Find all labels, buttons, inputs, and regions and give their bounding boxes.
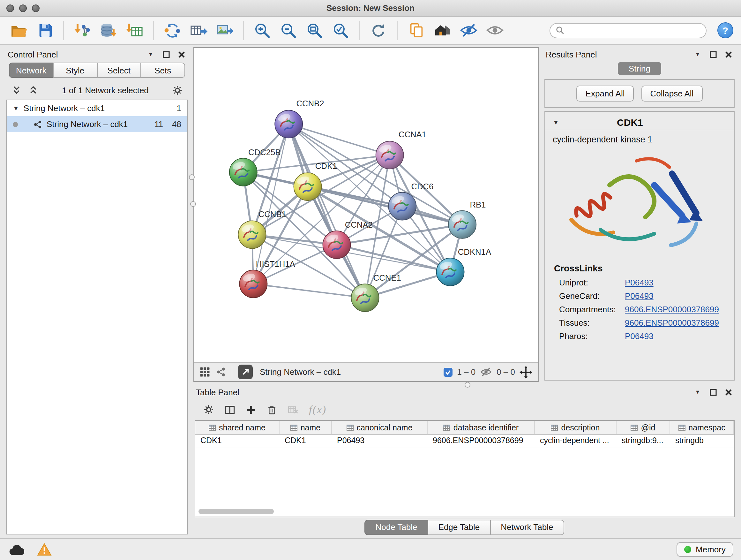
crosslink-link-tissues[interactable]: 9606.ENSP00000378699 [625,318,719,327]
cloud-status-icon[interactable] [8,541,24,558]
search-input[interactable] [568,26,700,35]
import-network-from-file-button[interactable] [71,19,93,41]
zoom-in-icon [253,21,271,39]
collapse-all-networks-icon[interactable] [28,85,38,95]
float-panel-icon[interactable] [161,49,171,59]
collapse-all-button[interactable]: Collapse All [642,85,703,102]
network-node-CDKN1A[interactable]: CDKN1A [436,247,491,286]
export-table-button[interactable] [188,19,209,41]
gene-header-row[interactable]: ▼ CDK1 [545,112,734,130]
pan-move-icon[interactable] [520,366,532,378]
network-graph[interactable]: CCNB2CCNA1CDC25BCDK1CDC6RB1CCNB1CCNA2CDK… [194,48,538,362]
search-box[interactable] [549,23,706,38]
table-options-gear-icon[interactable] [204,405,214,415]
column-header-label: description [561,423,600,432]
birdseye-grid-icon[interactable] [200,367,210,377]
tab-sets[interactable]: Sets [141,63,185,78]
expand-all-button[interactable]: Expand All [577,85,634,102]
network-overview-share-icon[interactable] [216,367,226,377]
selected-checkbox-icon[interactable] [444,368,453,376]
crosslink-link-uniprot[interactable]: P06493 [625,278,654,287]
tab-style[interactable]: Style [53,63,98,78]
save-session-button[interactable] [34,19,56,41]
warning-icon[interactable] [36,541,52,558]
minimize-window-button[interactable] [19,4,27,12]
close-window-button[interactable] [6,4,14,12]
horizontal-scrollbar[interactable] [199,509,274,514]
network-canvas[interactable]: CCNB2CCNA1CDC25BCDK1CDC6RB1CCNB1CCNA2CDK… [194,48,538,362]
panel-menu-icon[interactable]: ▾ [145,49,156,59]
column-grid-icon [443,424,450,431]
zoom-fit-icon [306,21,324,39]
network-node-CDC25B[interactable]: CDC25B [229,148,281,186]
title-bar[interactable]: Session: New Session [0,0,741,17]
column-header-shared-name[interactable]: shared name [195,421,280,434]
network-node-CCNA1[interactable]: CCNA1 [376,130,426,169]
home-button[interactable] [431,19,453,41]
network-node-CCNB1[interactable]: CCNB1 [238,210,286,249]
zoom-selected-button[interactable] [330,19,352,41]
app-window: Session: New Session [0,0,741,560]
collection-expand-icon[interactable]: ▼ [13,105,19,111]
column-header-database-identifier[interactable]: database identifier [428,421,535,434]
node-label-CCNA2: CCNA2 [345,220,373,229]
splitter-handle[interactable] [465,382,470,388]
column-header-name[interactable]: name [280,421,332,434]
zoom-in-button[interactable] [252,19,273,41]
apply-layout-button[interactable] [367,19,389,41]
hidden-eye-slash-icon[interactable] [480,366,492,378]
traffic-lights [6,4,40,12]
tab-node-table[interactable]: Node Table [364,519,428,535]
close-panel-icon[interactable] [176,49,186,59]
show-all-button[interactable] [484,19,506,41]
zoom-window-button[interactable] [32,4,40,12]
delete-column-trash-icon[interactable] [267,405,277,415]
import-network-from-database-button[interactable] [98,19,119,41]
zoom-out-button[interactable] [278,19,299,41]
new-network-from-selection-button[interactable] [161,19,183,41]
network-node-CCNE1[interactable]: CCNE1 [351,273,401,312]
column-header-namespac[interactable]: namespac [670,421,734,434]
network-arrows-icon [163,21,181,39]
panel-menu-icon[interactable]: ▾ [692,49,703,59]
table-row[interactable]: CDK1CDK1P064939606.ENSP00000378699cyclin… [195,435,734,448]
import-table-from-file-button[interactable] [124,19,145,41]
gene-collapse-icon[interactable]: ▼ [553,119,559,125]
crosslink-link-pharos[interactable]: P06493 [625,331,654,341]
export-image-button[interactable] [214,19,235,41]
zoom-fit-button[interactable] [304,19,326,41]
crosslink-link-compartments[interactable]: 9606.ENSP00000378699 [625,305,719,314]
panel-menu-icon[interactable]: ▾ [692,387,703,397]
tab-edge-table[interactable]: Edge Table [428,519,491,535]
close-panel-icon[interactable] [723,387,733,397]
tab-select[interactable]: Select [97,63,141,78]
help-button[interactable]: ? [718,22,733,38]
network-collection-row[interactable]: ▼ String Network – cdk1 1 [7,100,187,116]
expand-all-networks-icon[interactable] [11,85,22,95]
column-header--id[interactable]: @id [616,421,670,434]
network-row[interactable]: String Network – cdk1 11 48 [7,116,187,132]
network-node-HIST1H1A[interactable]: HIST1H1A [239,260,295,298]
crosslink-link-genecard[interactable]: P06493 [625,291,654,301]
column-header-description[interactable]: description [535,421,616,434]
memory-button[interactable]: Memory [677,542,733,557]
create-column-plus-icon[interactable] [246,405,256,415]
close-panel-icon[interactable] [723,49,733,59]
open-session-button[interactable] [8,19,29,41]
node-label-CDKN1A: CDKN1A [458,247,491,256]
tab-string[interactable]: String [618,62,661,75]
tab-network[interactable]: Network [9,63,54,78]
column-header-canonical-name[interactable]: canonical name [332,421,428,434]
column-grid-icon [551,424,558,431]
network-node-RB1[interactable]: RB1 [448,200,486,239]
copy-button[interactable] [405,19,427,41]
memory-status-dot [684,546,691,553]
float-panel-icon[interactable] [708,49,718,59]
network-node-CDK1[interactable]: CDK1 [294,162,337,200]
open-in-window-button[interactable] [238,365,253,379]
float-panel-icon[interactable] [708,387,718,397]
show-columns-icon[interactable] [225,405,235,415]
tab-network-table[interactable]: Network Table [490,519,564,535]
hide-selected-button[interactable] [458,19,479,41]
network-options-gear-icon[interactable] [172,85,183,95]
